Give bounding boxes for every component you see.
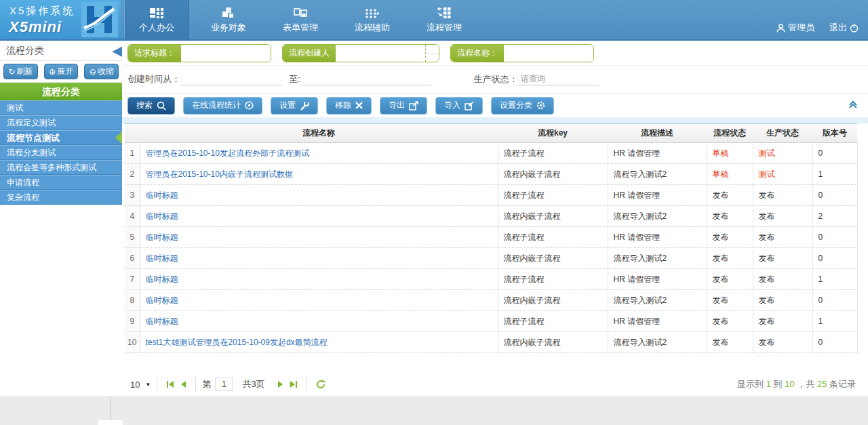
table-header-row: 流程名称 流程key 流程描述 流程状态 生产状态 版本号 bbox=[125, 124, 857, 143]
summary-text: 到 bbox=[774, 379, 783, 389]
collapse-panel-chevron-icon[interactable] bbox=[848, 100, 859, 109]
summary-text: 显示到 bbox=[737, 379, 764, 389]
export-icon bbox=[409, 101, 418, 110]
remove-button[interactable]: 移除 bbox=[326, 97, 372, 115]
process-status-cell: 草稿 bbox=[707, 164, 753, 185]
row-number: 2 bbox=[125, 164, 140, 185]
logout-button[interactable]: 退出 bbox=[829, 22, 859, 34]
process-link[interactable]: 临时标题 bbox=[146, 190, 178, 200]
prev-page-button[interactable] bbox=[180, 380, 186, 388]
version-cell: 0 bbox=[812, 248, 857, 269]
process-name-input[interactable] bbox=[504, 45, 593, 62]
row-number: 6 bbox=[125, 248, 140, 269]
prod-status-cell: 发布 bbox=[753, 311, 812, 332]
process-key-cell: 流程子流程 bbox=[498, 269, 608, 290]
sidebar-item-process-branch-test[interactable]: 流程分支测试 bbox=[0, 145, 122, 160]
process-link[interactable]: 临时标题 bbox=[146, 232, 178, 242]
tab-form-management[interactable]: 表单管理 bbox=[268, 0, 333, 39]
toolbar-divider bbox=[122, 117, 868, 123]
collapse-button[interactable]: ⊖ 收缩 bbox=[84, 64, 119, 79]
tab-business-objects[interactable]: 业务对象 bbox=[196, 0, 261, 39]
splitter-handle[interactable] bbox=[98, 420, 123, 425]
sidebar-item-process-definition-test[interactable]: 流程定义测试 bbox=[0, 115, 122, 130]
table-row: 8 临时标题 流程内嵌子流程 流程导入测试2 发布 发布 0 bbox=[125, 290, 857, 311]
last-page-button[interactable] bbox=[290, 380, 298, 388]
request-title-input[interactable] bbox=[181, 45, 271, 62]
next-page-button[interactable] bbox=[277, 380, 284, 388]
col-process-key: 流程key bbox=[498, 124, 608, 143]
process-link[interactable]: 管理员在2015-10-10内嵌子流程测试数据 bbox=[146, 169, 293, 179]
creator-picker-button[interactable]: ····· bbox=[425, 45, 439, 62]
prod-status-cell: 发布 bbox=[753, 269, 812, 290]
settings-label: 设置 bbox=[279, 100, 296, 111]
process-status-cell: 发布 bbox=[707, 290, 753, 311]
process-status-cell: 发布 bbox=[707, 269, 753, 290]
table-row: 7 临时标题 流程子流程 HR 请假管理 发布 发布 1 bbox=[125, 269, 857, 290]
settings-button[interactable]: 设置 bbox=[271, 97, 318, 115]
process-link[interactable]: 临时标题 bbox=[146, 275, 178, 284]
page-size-value: 10 bbox=[130, 380, 140, 390]
request-title-label: 请求标题： bbox=[128, 45, 181, 62]
refresh-button[interactable]: ↻ 刷新 bbox=[3, 64, 38, 79]
created-from-input[interactable] bbox=[180, 73, 282, 85]
page-prefix-label: 第 bbox=[202, 378, 211, 390]
x-icon bbox=[355, 102, 363, 109]
created-from-label: 创建时间从： bbox=[127, 73, 180, 85]
col-process-status: 流程状态 bbox=[707, 124, 753, 143]
process-key-cell: 流程子流程 bbox=[498, 185, 608, 206]
process-link[interactable]: 管理员在2015-10-10发起流程外部子流程测试 bbox=[146, 148, 309, 158]
expand-button[interactable]: ⊕ 展开 bbox=[44, 64, 79, 79]
filter-row-1: 请求标题： 流程创建人 ····· 流程名称： bbox=[122, 41, 868, 66]
power-icon bbox=[850, 24, 859, 33]
process-link[interactable]: 临时标题 bbox=[146, 254, 178, 263]
creator-input[interactable] bbox=[336, 45, 425, 62]
plus-circle-icon: ⊕ bbox=[49, 67, 56, 77]
tab-process-assist[interactable]: 流程辅助 bbox=[340, 0, 405, 39]
app-subtitle: X5mini bbox=[9, 18, 62, 36]
table-row: 10 test1大雄测试管理员在2015-10-09发起dx最简流程 流程内嵌子… bbox=[125, 332, 857, 353]
online-stats-button[interactable]: 在线流程统计 bbox=[183, 97, 262, 115]
process-status-cell: 发布 bbox=[707, 248, 753, 269]
prod-status-cell: 发布 bbox=[753, 248, 812, 269]
page-size-dropdown[interactable]: 10 ▼ bbox=[130, 380, 151, 390]
table-row: 4 临时标题 流程内嵌子流程 流程导入测试2 发布 发布 2 bbox=[125, 206, 857, 227]
process-status-cell: 发布 bbox=[707, 185, 753, 206]
process-link[interactable]: 临时标题 bbox=[146, 317, 178, 326]
reload-button[interactable] bbox=[316, 380, 326, 389]
set-category-button[interactable]: 设置分类 bbox=[491, 97, 554, 115]
sidebar-item-process-node-test[interactable]: 流程节点测试 bbox=[0, 130, 122, 145]
current-user[interactable]: 管理员 bbox=[776, 22, 814, 34]
created-to-input[interactable] bbox=[300, 73, 431, 85]
summary-from: 1 bbox=[766, 379, 771, 389]
user-name: 管理员 bbox=[788, 22, 814, 34]
table-row: 3 临时标题 流程子流程 HR 请假管理 发布 发布 0 bbox=[125, 185, 857, 206]
table-row: 1 管理员在2015-10-10发起流程外部子流程测试 流程子流程 HR 请假管… bbox=[125, 143, 857, 164]
minus-circle-icon: ⊖ bbox=[90, 67, 96, 77]
tab-personal-office[interactable]: 个人办公 bbox=[124, 0, 189, 39]
first-page-button[interactable] bbox=[166, 380, 174, 388]
sidebar-item-test[interactable]: 测试 bbox=[0, 100, 122, 115]
process-key-cell: 流程内嵌子流程 bbox=[498, 290, 608, 311]
search-button[interactable]: 搜索 bbox=[127, 97, 175, 115]
grid-large-icon bbox=[150, 6, 163, 18]
sidebar-item-apply-process[interactable]: 申请流程 bbox=[0, 175, 122, 190]
tab-process-management[interactable]: 流程管理 bbox=[412, 0, 477, 39]
col-row-number bbox=[125, 124, 140, 143]
sidebar-item-complex-process[interactable]: 复杂流程 bbox=[0, 190, 122, 205]
bottom-panel bbox=[0, 397, 868, 425]
sidebar-item-countersign-test[interactable]: 流程会签等多种形式测试 bbox=[0, 160, 122, 175]
export-button[interactable]: 导出 bbox=[380, 97, 427, 115]
process-link[interactable]: test1大雄测试管理员在2015-10-09发起dx最简流程 bbox=[146, 338, 328, 347]
version-cell: 1 bbox=[812, 311, 857, 332]
tab-label: 流程管理 bbox=[427, 22, 462, 34]
sidebar-panel-title: 流程分类 bbox=[6, 45, 44, 57]
process-link[interactable]: 临时标题 bbox=[146, 211, 178, 221]
import-button[interactable]: 导入 bbox=[435, 97, 483, 115]
process-status-cell: 草稿 bbox=[707, 143, 753, 164]
prod-status-cell: 测试 bbox=[753, 143, 812, 164]
col-version: 版本号 bbox=[812, 124, 857, 143]
page-number-input[interactable] bbox=[215, 378, 233, 391]
process-link[interactable]: 临时标题 bbox=[146, 296, 178, 305]
process-name-label: 流程名称： bbox=[451, 45, 504, 62]
prod-status-input[interactable] bbox=[518, 73, 599, 85]
